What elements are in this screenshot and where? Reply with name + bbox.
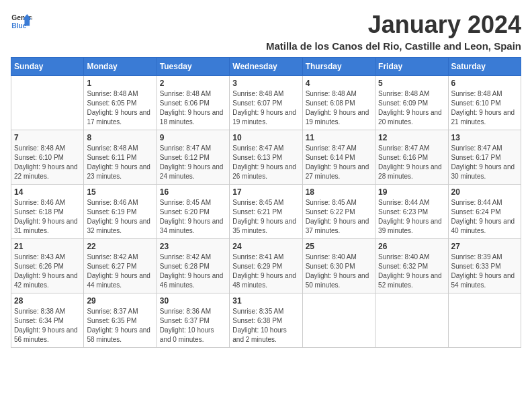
day-number: 10 [232, 133, 299, 142]
day-cell: 2Sunrise: 8:48 AM Sunset: 6:06 PM Daylig… [157, 76, 229, 130]
day-cell: 6Sunrise: 8:48 AM Sunset: 6:10 PM Daylig… [448, 76, 521, 130]
page-header: General Blue January 2024 Matilla de los… [11, 11, 521, 52]
header-cell-sunday: Sunday [11, 58, 84, 76]
day-cell [375, 293, 448, 348]
day-cell [11, 76, 84, 130]
svg-text:Blue: Blue [11, 22, 26, 30]
day-detail: Sunrise: 8:48 AM Sunset: 6:07 PM Dayligh… [232, 89, 299, 127]
header-cell-wednesday: Wednesday [230, 58, 302, 76]
week-row-4: 28Sunrise: 8:38 AM Sunset: 6:34 PM Dayli… [11, 293, 521, 348]
day-cell: 19Sunrise: 8:44 AM Sunset: 6:23 PM Dayli… [375, 185, 448, 239]
day-number: 22 [87, 242, 153, 251]
day-detail: Sunrise: 8:48 AM Sunset: 6:08 PM Dayligh… [306, 89, 372, 127]
day-cell: 21Sunrise: 8:43 AM Sunset: 6:26 PM Dayli… [11, 239, 84, 293]
day-cell: 10Sunrise: 8:47 AM Sunset: 6:13 PM Dayli… [230, 130, 302, 185]
day-number: 26 [378, 242, 445, 251]
logo: General Blue [11, 11, 35, 32]
day-detail: Sunrise: 8:47 AM Sunset: 6:12 PM Dayligh… [160, 144, 226, 181]
day-detail: Sunrise: 8:47 AM Sunset: 6:17 PM Dayligh… [451, 144, 518, 181]
day-detail: Sunrise: 8:47 AM Sunset: 6:14 PM Dayligh… [306, 144, 372, 181]
day-number: 15 [87, 187, 153, 197]
day-detail: Sunrise: 8:40 AM Sunset: 6:30 PM Dayligh… [306, 253, 372, 290]
day-cell: 27Sunrise: 8:39 AM Sunset: 6:33 PM Dayli… [448, 239, 521, 293]
day-number: 5 [378, 79, 445, 88]
day-number: 23 [160, 242, 226, 251]
day-cell: 26Sunrise: 8:40 AM Sunset: 6:32 PM Dayli… [375, 239, 448, 293]
day-detail: Sunrise: 8:46 AM Sunset: 6:18 PM Dayligh… [14, 198, 81, 236]
calendar-table: SundayMondayTuesdayWednesdayThursdayFrid… [11, 57, 521, 348]
day-detail: Sunrise: 8:47 AM Sunset: 6:16 PM Dayligh… [378, 144, 445, 181]
day-cell: 5Sunrise: 8:48 AM Sunset: 6:09 PM Daylig… [375, 76, 448, 130]
week-row-0: 1Sunrise: 8:48 AM Sunset: 6:05 PM Daylig… [11, 76, 521, 130]
day-number: 13 [451, 133, 518, 142]
day-detail: Sunrise: 8:45 AM Sunset: 6:20 PM Dayligh… [160, 198, 226, 236]
day-cell: 30Sunrise: 8:36 AM Sunset: 6:37 PM Dayli… [157, 293, 229, 348]
day-detail: Sunrise: 8:37 AM Sunset: 6:35 PM Dayligh… [87, 307, 153, 345]
title-block: January 2024 Matilla de los Canos del Ri… [266, 11, 521, 52]
day-detail: Sunrise: 8:48 AM Sunset: 6:09 PM Dayligh… [378, 89, 445, 127]
day-cell: 12Sunrise: 8:47 AM Sunset: 6:16 PM Dayli… [375, 130, 448, 185]
week-row-3: 21Sunrise: 8:43 AM Sunset: 6:26 PM Dayli… [11, 239, 521, 293]
header-cell-thursday: Thursday [302, 58, 375, 76]
day-cell: 7Sunrise: 8:48 AM Sunset: 6:10 PM Daylig… [11, 130, 84, 185]
main-title: January 2024 [266, 11, 521, 39]
day-detail: Sunrise: 8:48 AM Sunset: 6:10 PM Dayligh… [14, 144, 81, 181]
day-detail: Sunrise: 8:44 AM Sunset: 6:23 PM Dayligh… [378, 198, 445, 236]
day-number: 17 [232, 187, 299, 197]
day-number: 1 [87, 79, 153, 88]
day-number: 20 [451, 187, 518, 197]
day-number: 9 [160, 133, 226, 142]
day-cell: 17Sunrise: 8:45 AM Sunset: 6:21 PM Dayli… [230, 185, 302, 239]
header-cell-monday: Monday [84, 58, 157, 76]
week-row-1: 7Sunrise: 8:48 AM Sunset: 6:10 PM Daylig… [11, 130, 521, 185]
day-cell: 15Sunrise: 8:46 AM Sunset: 6:19 PM Dayli… [84, 185, 157, 239]
day-number: 18 [306, 187, 372, 197]
day-cell: 18Sunrise: 8:45 AM Sunset: 6:22 PM Dayli… [302, 185, 375, 239]
day-detail: Sunrise: 8:45 AM Sunset: 6:22 PM Dayligh… [306, 198, 372, 236]
header-cell-friday: Friday [375, 58, 448, 76]
day-detail: Sunrise: 8:40 AM Sunset: 6:32 PM Dayligh… [378, 253, 445, 290]
day-cell: 3Sunrise: 8:48 AM Sunset: 6:07 PM Daylig… [230, 76, 302, 130]
day-cell: 16Sunrise: 8:45 AM Sunset: 6:20 PM Dayli… [157, 185, 229, 239]
day-detail: Sunrise: 8:36 AM Sunset: 6:37 PM Dayligh… [160, 307, 226, 345]
day-number: 21 [14, 242, 81, 251]
day-cell: 1Sunrise: 8:48 AM Sunset: 6:05 PM Daylig… [84, 76, 157, 130]
day-number: 29 [87, 296, 153, 306]
day-detail: Sunrise: 8:48 AM Sunset: 6:06 PM Dayligh… [160, 89, 226, 127]
day-number: 6 [451, 79, 518, 88]
subtitle: Matilla de los Canos del Rio, Castille a… [266, 40, 521, 52]
day-detail: Sunrise: 8:44 AM Sunset: 6:24 PM Dayligh… [451, 198, 518, 236]
day-cell: 9Sunrise: 8:47 AM Sunset: 6:12 PM Daylig… [157, 130, 229, 185]
day-number: 30 [160, 296, 226, 306]
day-number: 16 [160, 187, 226, 197]
day-cell [448, 293, 521, 348]
day-cell: 22Sunrise: 8:42 AM Sunset: 6:27 PM Dayli… [84, 239, 157, 293]
calendar-body: 1Sunrise: 8:48 AM Sunset: 6:05 PM Daylig… [11, 76, 521, 348]
day-number: 25 [306, 242, 372, 251]
logo-icon: General Blue [11, 11, 32, 32]
day-detail: Sunrise: 8:35 AM Sunset: 6:38 PM Dayligh… [232, 307, 299, 345]
day-number: 4 [306, 79, 372, 88]
day-cell: 23Sunrise: 8:42 AM Sunset: 6:28 PM Dayli… [157, 239, 229, 293]
day-number: 31 [232, 296, 299, 306]
day-cell: 25Sunrise: 8:40 AM Sunset: 6:30 PM Dayli… [302, 239, 375, 293]
day-detail: Sunrise: 8:42 AM Sunset: 6:28 PM Dayligh… [160, 253, 226, 290]
day-cell: 14Sunrise: 8:46 AM Sunset: 6:18 PM Dayli… [11, 185, 84, 239]
day-cell: 13Sunrise: 8:47 AM Sunset: 6:17 PM Dayli… [448, 130, 521, 185]
header-row: SundayMondayTuesdayWednesdayThursdayFrid… [11, 58, 521, 76]
calendar-header: SundayMondayTuesdayWednesdayThursdayFrid… [11, 58, 521, 76]
day-number: 28 [14, 296, 81, 306]
day-detail: Sunrise: 8:39 AM Sunset: 6:33 PM Dayligh… [451, 253, 518, 290]
day-detail: Sunrise: 8:45 AM Sunset: 6:21 PM Dayligh… [232, 198, 299, 236]
day-detail: Sunrise: 8:47 AM Sunset: 6:13 PM Dayligh… [232, 144, 299, 181]
day-number: 19 [378, 187, 445, 197]
day-number: 3 [232, 79, 299, 88]
day-number: 11 [306, 133, 372, 142]
header-cell-saturday: Saturday [448, 58, 521, 76]
week-row-2: 14Sunrise: 8:46 AM Sunset: 6:18 PM Dayli… [11, 185, 521, 239]
day-detail: Sunrise: 8:42 AM Sunset: 6:27 PM Dayligh… [87, 253, 153, 290]
day-number: 27 [451, 242, 518, 251]
day-cell: 4Sunrise: 8:48 AM Sunset: 6:08 PM Daylig… [302, 76, 375, 130]
day-number: 2 [160, 79, 226, 88]
day-cell: 24Sunrise: 8:41 AM Sunset: 6:29 PM Dayli… [230, 239, 302, 293]
